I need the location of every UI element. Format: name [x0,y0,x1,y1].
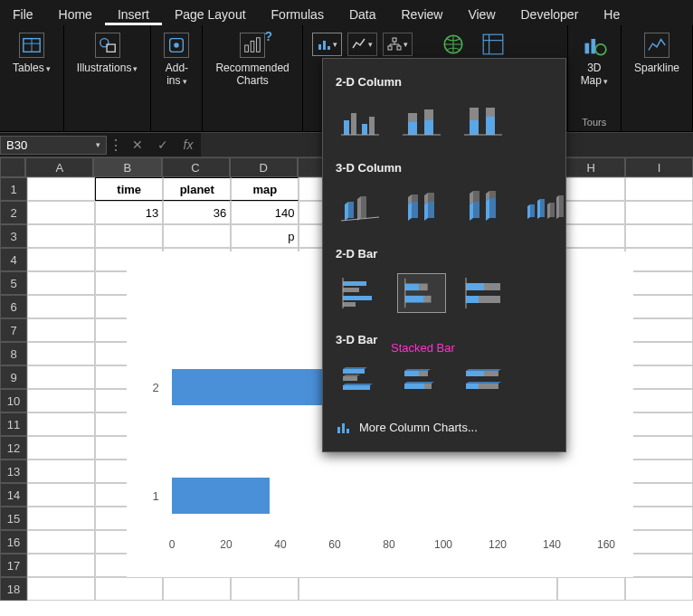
stacked-column-option[interactable] [397,101,446,141]
cell[interactable] [625,389,693,412]
col-header-c[interactable]: C [162,157,230,177]
3d-stacked-bar-option[interactable] [397,359,446,399]
map3d-button[interactable]: 3D Map▾ [574,29,615,91]
3d-clustered-column-option[interactable] [336,187,384,227]
cell[interactable] [163,224,231,248]
cell[interactable] [625,412,693,436]
cell[interactable] [557,224,625,248]
row-header-4[interactable]: 4 [0,248,27,271]
cell[interactable]: planet [163,177,231,201]
cell[interactable] [27,460,95,483]
cell[interactable] [27,224,95,248]
cell[interactable] [27,248,95,271]
column-chart-dropdown[interactable]: ▾ [312,33,342,56]
row-header-1[interactable]: 1 [0,177,27,201]
tab-home[interactable]: Home [46,4,105,25]
col-header-a[interactable]: A [25,157,93,177]
cell[interactable] [557,577,625,601]
cell[interactable] [27,530,95,554]
hierarchy-chart-dropdown[interactable]: ▾ [383,33,413,56]
stacked-bar-option[interactable] [397,273,446,313]
cell[interactable]: time [95,177,163,201]
100pct-stacked-bar-option[interactable] [459,273,508,313]
cell[interactable] [625,318,693,342]
row-header-12[interactable]: 12 [0,436,27,460]
tab-insert[interactable]: Insert [105,4,162,25]
tab-help[interactable]: He [591,4,632,25]
cell[interactable]: 36 [163,201,231,224]
cell[interactable] [95,224,163,248]
cell[interactable]: 13 [95,201,163,224]
cell[interactable] [27,554,95,577]
cell[interactable] [625,483,693,507]
more-column-charts-link[interactable]: More Column Charts... [332,412,556,442]
3d-100pct-stacked-column-option[interactable] [459,187,508,227]
cell[interactable]: p [231,224,299,248]
cell[interactable] [625,507,693,530]
col-header-d[interactable]: D [230,157,298,177]
col-header-h[interactable]: H [557,157,625,177]
row-header-7[interactable]: 7 [0,318,27,342]
select-all-corner[interactable] [0,157,25,177]
cell[interactable] [625,224,693,248]
cell[interactable] [299,577,556,601]
row-header-8[interactable]: 8 [0,342,27,365]
addins-button[interactable]: Add- ins▾ [157,29,196,91]
row-header-13[interactable]: 13 [0,460,27,483]
cell[interactable] [163,577,231,601]
name-box[interactable]: B30▾ [0,136,107,155]
tab-file[interactable]: File [0,4,46,25]
tables-button[interactable]: Tables▾ [5,29,58,79]
row-header-10[interactable]: 10 [0,389,27,412]
sparklines-button[interactable]: Sparkline [627,29,687,78]
cell[interactable] [27,412,95,436]
cell[interactable] [27,342,95,365]
maps-button[interactable] [436,33,470,56]
cell[interactable] [95,577,163,601]
row-header-2[interactable]: 2 [0,201,27,224]
row-header-5[interactable]: 5 [0,271,27,295]
fx-button[interactable]: fx [176,137,201,152]
cell[interactable] [625,201,693,224]
cell[interactable] [625,530,693,554]
cell[interactable] [27,507,95,530]
cell[interactable] [27,483,95,507]
cell[interactable] [625,577,693,601]
line-chart-dropdown[interactable]: ▾ [347,33,377,56]
cell[interactable] [625,342,693,365]
tab-view[interactable]: View [455,4,508,25]
cell[interactable] [625,295,693,318]
3d-stacked-column-option[interactable] [397,187,446,227]
cell[interactable] [625,460,693,483]
cell[interactable]: 140 [231,201,299,224]
cell[interactable]: map [231,177,299,201]
enter-formula-button[interactable]: ✓ [150,137,176,152]
cell[interactable] [625,177,693,201]
cell[interactable] [27,177,95,201]
cell[interactable] [231,577,299,601]
cancel-formula-button[interactable]: ✕ [125,137,150,152]
row-header-14[interactable]: 14 [0,483,27,507]
row-header-11[interactable]: 11 [0,412,27,436]
row-header-3[interactable]: 3 [0,224,27,248]
tab-developer[interactable]: Developer [508,4,592,25]
recommended-charts-button[interactable]: ? Recommended Charts [208,29,296,90]
cell[interactable] [27,201,95,224]
row-header-9[interactable]: 9 [0,365,27,389]
clustered-bar-option[interactable] [336,273,384,313]
row-header-17[interactable]: 17 [0,554,27,577]
tab-page-layout[interactable]: Page Layout [162,4,259,25]
3d-clustered-bar-option[interactable] [336,359,384,399]
col-header-i[interactable]: I [625,157,693,177]
3d-100pct-stacked-bar-option[interactable] [459,359,508,399]
illustrations-button[interactable]: Illustrations▾ [70,29,146,79]
cell[interactable] [27,365,95,389]
cell[interactable] [625,554,693,577]
pivot-chart-button[interactable] [476,33,510,56]
cell[interactable] [27,577,95,601]
100pct-stacked-column-option[interactable] [459,101,508,141]
row-header-18[interactable]: 18 [0,577,27,601]
tab-formulas[interactable]: Formulas [259,4,337,25]
row-header-6[interactable]: 6 [0,295,27,318]
cell[interactable] [625,248,693,271]
